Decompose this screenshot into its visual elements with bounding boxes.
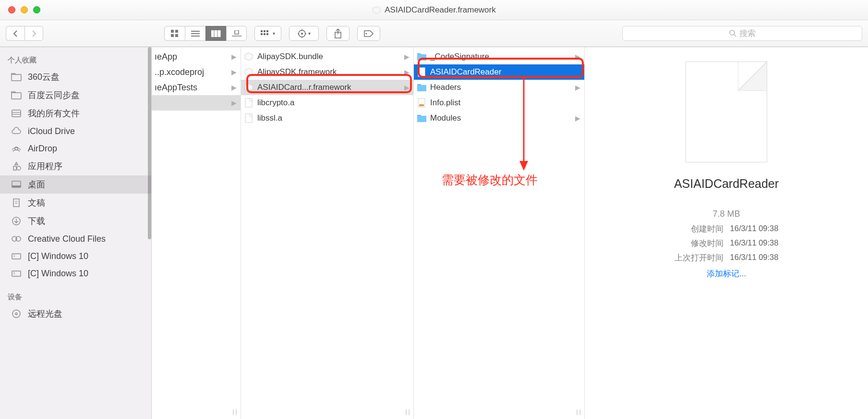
sidebar-item-label: 360云盘 <box>28 71 60 83</box>
svg-rect-18 <box>266 33 268 35</box>
sidebar-scrollbar[interactable] <box>148 47 151 239</box>
file-row[interactable]: _CodeSignature▶ <box>414 49 584 64</box>
sidebar-item[interactable]: 桌面 <box>0 175 151 194</box>
folder-icon <box>11 90 22 100</box>
sidebar-item-label: [C] Windows 10 <box>28 269 88 279</box>
folder-icon <box>11 72 22 82</box>
column-resize-handle[interactable]: || <box>576 408 582 415</box>
file-row[interactable]: Info.plist <box>414 95 584 111</box>
sidebar-item[interactable]: 应用程序 <box>0 157 151 175</box>
chevron-right-icon: ▶ <box>404 68 410 76</box>
file-row[interactable]: ASIAIDCardReader <box>414 64 584 80</box>
file-row[interactable]: AlipaySDK.bundle▶ <box>241 49 413 64</box>
modified-label: 修改时间 <box>675 238 723 249</box>
svg-rect-49 <box>12 271 21 276</box>
svg-rect-31 <box>12 93 21 99</box>
file-row[interactable]: Headers▶ <box>414 80 584 95</box>
sidebar-item[interactable]: 下载 <box>0 212 151 230</box>
sidebar-favorites-header: 个人收藏 <box>0 52 151 68</box>
svg-rect-58 <box>245 114 252 123</box>
list-view-button[interactable] <box>185 26 205 41</box>
column-2: AlipaySDK.bundle▶AlipaySDK.framework▶ASI… <box>241 47 414 419</box>
sidebar-item[interactable]: 百度云同步盘 <box>0 86 151 104</box>
svg-rect-61 <box>417 85 426 91</box>
column-3: _CodeSignature▶ASIAIDCardReaderHeaders▶I… <box>414 47 585 419</box>
sidebar-item[interactable]: AirDrop <box>0 140 151 157</box>
chevron-right-icon: ▶ <box>231 68 237 76</box>
desktop-icon <box>11 179 22 190</box>
svg-rect-46 <box>12 254 21 259</box>
opened-label: 上次打开时间 <box>675 253 723 263</box>
sidebar-item[interactable]: [C] Windows 10 <box>0 265 151 282</box>
share-button[interactable] <box>326 26 350 41</box>
apps-icon <box>11 161 22 172</box>
svg-rect-10 <box>218 30 220 37</box>
chevron-right-icon: ▶ <box>575 53 580 61</box>
sidebar-item-label: 远程光盘 <box>28 308 62 320</box>
column-view-button[interactable] <box>205 26 226 41</box>
column-resize-handle[interactable]: || <box>232 408 239 415</box>
file-row[interactable]: ..p.xcodeproj▶ <box>152 64 241 80</box>
svg-rect-57 <box>245 99 252 107</box>
forward-button[interactable] <box>24 26 43 41</box>
file-row[interactable]: libssl.a <box>241 111 413 126</box>
docs-icon <box>11 197 22 208</box>
minimize-window-button[interactable] <box>21 6 28 13</box>
svg-marker-56 <box>245 84 253 91</box>
sidebar-item[interactable]: 文稿 <box>0 194 151 212</box>
add-tags-link[interactable]: 添加标记... <box>599 268 854 279</box>
zoom-window-button[interactable] <box>33 6 40 13</box>
close-window-button[interactable] <box>8 6 15 13</box>
sidebar-item-label: Creative Cloud Files <box>28 234 106 244</box>
sidebar-item[interactable]: [C] Windows 10 <box>0 247 151 265</box>
sidebar-item-label: [C] Windows 10 <box>28 251 88 261</box>
sidebar-item[interactable]: iCloud Drive <box>0 123 151 140</box>
file-row[interactable]: Modules▶ <box>414 111 584 126</box>
column-resize-handle[interactable]: || <box>405 408 411 415</box>
exec-icon <box>417 67 426 77</box>
back-button[interactable] <box>6 26 24 41</box>
file-row[interactable]: ▶ <box>152 95 241 111</box>
tags-button[interactable] <box>357 26 380 41</box>
file-row[interactable]: ASIAIDCard...r.framework▶ <box>241 80 413 95</box>
svg-rect-11 <box>235 30 239 34</box>
sidebar-item-label: 我的所有文件 <box>28 108 80 119</box>
sidebar-item[interactable]: Creative Cloud Files <box>0 230 151 247</box>
svg-line-29 <box>734 35 736 37</box>
svg-rect-4 <box>175 34 178 37</box>
sidebar-item-label: 百度云同步盘 <box>28 89 80 101</box>
sidebar: 个人收藏 360云盘百度云同步盘我的所有文件iCloud DriveAirDro… <box>0 47 152 419</box>
file-name: ASIAIDCard...r.framework <box>257 83 400 92</box>
created-value: 16/3/11 09:38 <box>730 224 779 234</box>
nav-controls <box>6 26 43 41</box>
window-title: ASIAIDCardReader.framework <box>372 5 495 15</box>
folder-icon <box>417 83 426 92</box>
file-row[interactable]: AlipaySDK.framework▶ <box>241 64 413 80</box>
sidebar-item-label: 下载 <box>28 215 45 227</box>
drive-icon <box>11 268 22 279</box>
disc-icon <box>11 308 22 319</box>
svg-rect-2 <box>175 30 178 33</box>
cc-icon <box>11 234 22 244</box>
sidebar-item[interactable]: 360云盘 <box>0 68 151 86</box>
sidebar-item[interactable]: 远程光盘 <box>0 305 151 323</box>
action-button[interactable]: ▾ <box>289 26 319 41</box>
file-icon <box>244 98 253 108</box>
file-row[interactable]: ıeApp▶ <box>152 49 241 64</box>
arrange-button[interactable]: ▾ <box>254 26 281 41</box>
icon-view-button[interactable] <box>164 26 185 41</box>
svg-marker-54 <box>245 53 253 61</box>
coverflow-view-button[interactable] <box>226 26 247 41</box>
chevron-right-icon: ▶ <box>404 53 410 61</box>
chevron-right-icon: ▶ <box>231 53 237 61</box>
chevron-right-icon: ▶ <box>404 84 410 91</box>
file-name: AlipaySDK.framework <box>257 67 400 77</box>
svg-rect-63 <box>419 104 424 106</box>
modified-value: 16/3/11 09:38 <box>730 238 779 249</box>
search-input[interactable]: 搜索 <box>622 26 862 41</box>
search-placeholder: 搜索 <box>739 28 756 39</box>
file-name: libssl.a <box>257 113 410 123</box>
sidebar-item[interactable]: 我的所有文件 <box>0 104 151 123</box>
file-row[interactable]: ıeAppTests▶ <box>152 80 241 95</box>
file-row[interactable]: libcrypto.a <box>241 95 413 111</box>
